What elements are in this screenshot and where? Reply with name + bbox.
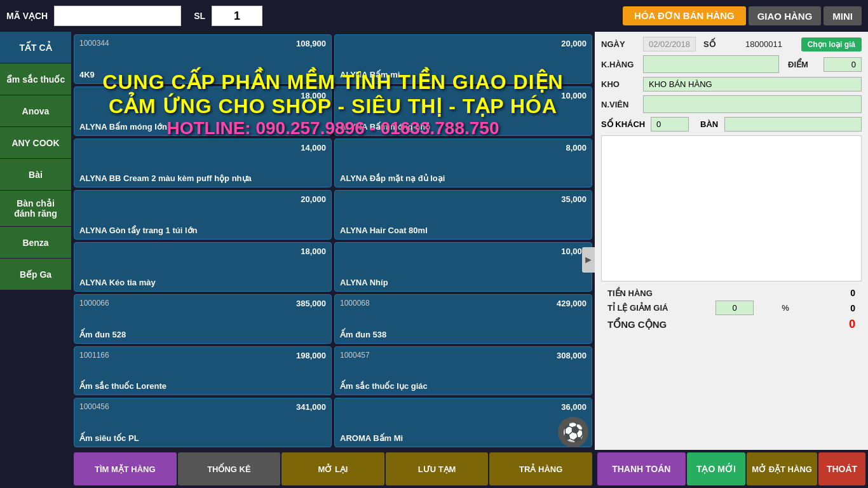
- product-price-7: 35,000: [561, 194, 587, 204]
- chon-loai-gia-button[interactable]: Chọn loại giá: [801, 37, 862, 51]
- mo-dat-hang-button[interactable]: MỞ ĐẶT HÀNG: [747, 452, 817, 485]
- nvien-input[interactable]: [643, 95, 862, 113]
- order-table: [601, 135, 862, 281]
- product-card-4[interactable]: 14,000 ALYNA BB Cream 2 màu kèm puff hộp…: [74, 139, 332, 188]
- tien-hang-value: 0: [817, 288, 855, 298]
- product-card-5[interactable]: 8,000 ALYNA Đắp mặt nạ đủ loại: [334, 139, 592, 188]
- product-price-13: 308,000: [557, 351, 587, 360]
- product-name-2: ALYNA Bấm móng lớn: [79, 122, 326, 132]
- mini-button[interactable]: MINI: [824, 6, 862, 25]
- ma-vach-label: MÃ VẠCH: [6, 11, 48, 21]
- product-name-10: Ấm đun 528: [79, 330, 326, 339]
- thoat-button[interactable]: THOÁT: [818, 452, 865, 485]
- product-area: CUNG CẤP PHẦN MỀM TÍNH TIỀN GIAO DIỆN CẢ…: [71, 32, 595, 488]
- soccer-icon[interactable]: ⚽: [558, 417, 588, 447]
- bottom-actions: TÌM MẶT HÀNG THỐNG KÊ MỞ LẠI LƯU TẠM TRẢ…: [71, 450, 595, 488]
- tien-hang-label: TIỀN HÀNG: [607, 288, 690, 298]
- product-name-12: Ấm sắc thuốc Lorente: [79, 381, 326, 391]
- product-code-11: 1000068: [340, 299, 370, 308]
- product-card-8[interactable]: 18,000 ALYNA Kéo tia mày: [74, 242, 332, 292]
- product-grid: 1000344 108,900 4K9 20,000 ALYNA Bấm mi …: [71, 32, 595, 450]
- product-card-6[interactable]: 20,000 ALYNA Gòn tẩy trang 1 túi lớn: [74, 190, 332, 240]
- product-name-8: ALYNA Kéo tia mày: [79, 278, 326, 287]
- product-name-3: ALYNA Bấm móng nhỏ: [340, 122, 587, 132]
- product-code-10: 1000066: [79, 299, 109, 308]
- ma-vach-input[interactable]: [54, 6, 181, 26]
- product-card-14[interactable]: 1000456 341,000 Ấm siêu tốc PL: [74, 398, 332, 447]
- sl-input[interactable]: [212, 6, 262, 26]
- product-code-14: 1000456: [79, 402, 109, 411]
- ban-label: BÀN: [700, 119, 719, 129]
- product-card-7[interactable]: 35,000 ALYNA Hair Coat 80ml: [334, 190, 592, 240]
- so-value: 18000011: [745, 39, 782, 49]
- right-panel-top: NGÀY 02/02/2018 SỐ 18000011 Chọn loại gi…: [595, 32, 868, 450]
- khang-row: K.HÀNG ĐIỂM 0: [601, 55, 862, 73]
- sidebar-item-anova[interactable]: Anova: [0, 95, 71, 127]
- product-card-12[interactable]: 1001166 198,000 Ấm sắc thuốc Lorente: [74, 346, 332, 396]
- sidebar-item-any-cook[interactable]: ANY COOK: [0, 127, 71, 159]
- tao-moi-button[interactable]: TẠO MỚI: [687, 452, 745, 485]
- product-card-15[interactable]: 36,000 AROMA Bấm Mi: [334, 398, 592, 447]
- product-card-0[interactable]: 1000344 108,900 4K9: [74, 34, 332, 84]
- ban-input[interactable]: [724, 117, 862, 132]
- nvien-label: N.VIÊN: [601, 100, 639, 109]
- product-name-14: Ấm siêu tốc PL: [79, 433, 326, 443]
- thanh-toan-button[interactable]: THANH TOÁN: [597, 452, 686, 485]
- summary-area: TIỀN HÀNG 0 TỈ LỆ GIẢM GIÁ % 0 TỔNG CỘNG…: [601, 284, 862, 337]
- product-name-7: ALYNA Hair Coat 80ml: [340, 226, 587, 235]
- product-card-10[interactable]: 1000066 385,000 Ấm đun 528: [74, 294, 332, 344]
- mo-lai-button[interactable]: MỞ LẠI: [281, 452, 384, 485]
- ti-le-input[interactable]: [715, 301, 754, 315]
- right-bottom-actions: THANH TOÁN TẠO MỚI MỞ ĐẶT HÀNG THOÁT: [595, 450, 868, 488]
- product-price-11: 429,000: [557, 299, 587, 308]
- giao-hang-button[interactable]: GIAO HÀNG: [749, 6, 822, 25]
- luu-tam-button[interactable]: LƯU TẠM: [386, 452, 489, 485]
- product-card-2[interactable]: 18,000 ALYNA Bấm móng lớn: [74, 86, 332, 136]
- tien-hang-row: TIỀN HÀNG 0: [607, 288, 855, 298]
- header: MÃ VẠCH SL HÓA ĐƠN BÁN HÀNG GIAO HÀNG MI…: [0, 0, 868, 32]
- so-khach-input[interactable]: [651, 117, 689, 132]
- sidebar-item-benza[interactable]: Benza: [0, 227, 71, 259]
- product-name-9: ALYNA Nhíp: [340, 278, 587, 287]
- scroll-right-indicator[interactable]: ►: [582, 247, 595, 273]
- header-right-buttons: HÓA ĐƠN BÁN HÀNG GIAO HÀNG MINI: [623, 6, 862, 25]
- product-code-0: 1000344: [79, 39, 109, 48]
- ngay-label: NGÀY: [601, 39, 639, 49]
- product-name-6: ALYNA Gòn tẩy trang 1 túi lớn: [79, 226, 326, 235]
- product-name-11: Ấm đun 538: [340, 330, 587, 339]
- product-price-2: 18,000: [301, 91, 326, 100]
- product-card-3[interactable]: 10,000 ALYNA Bấm móng nhỏ: [334, 86, 592, 136]
- main-layout: TẤT CẢ ẩm sắc thuốc Anova ANY COOK Bài B…: [0, 32, 868, 488]
- product-card-1[interactable]: 20,000 ALYNA Bấm mi: [334, 34, 592, 84]
- thong-ke-button[interactable]: THỐNG KÊ: [178, 452, 281, 485]
- product-name-0: 4K9: [79, 70, 326, 79]
- tim-mat-hang-button[interactable]: TÌM MẶT HÀNG: [74, 452, 177, 485]
- product-card-13[interactable]: 1000457 308,000 Ấm sắc thuốc lục giác: [334, 346, 592, 396]
- product-price-14: 341,000: [296, 402, 326, 412]
- product-price-12: 198,000: [296, 351, 326, 360]
- product-price-6: 20,000: [301, 194, 326, 204]
- diem-label: ĐIỂM: [788, 60, 820, 69]
- product-name-5: ALYNA Đắp mặt nạ đủ loại: [340, 173, 587, 183]
- sidebar-item-bep-ga[interactable]: Bếp Ga: [0, 259, 71, 290]
- sidebar-item-tat-ca[interactable]: TẤT CẢ: [0, 32, 71, 64]
- product-name-15: AROMA Bấm Mi: [340, 433, 587, 443]
- product-card-9[interactable]: 10,000 ALYNA Nhíp: [334, 242, 592, 292]
- ngay-row: NGÀY 02/02/2018 SỐ 18000011 Chọn loại gi…: [601, 37, 862, 51]
- sidebar-item-am-sac-thuoc[interactable]: ẩm sắc thuốc: [0, 64, 71, 95]
- ngay-value: 02/02/2018: [643, 37, 696, 51]
- product-name-13: Ấm sắc thuốc lục giác: [340, 381, 587, 391]
- so-khach-row: SỐ KHÁCH BÀN: [601, 117, 862, 132]
- product-price-3: 10,000: [561, 91, 587, 100]
- product-price-15: 36,000: [561, 402, 587, 412]
- khang-input[interactable]: [643, 55, 779, 73]
- product-name-4: ALYNA BB Cream 2 màu kèm puff hộp nhựa: [79, 173, 326, 183]
- hoa-don-ban-hang-button[interactable]: HÓA ĐƠN BÁN HÀNG: [623, 6, 746, 25]
- ti-le-giam-gia-label: TỈ LỆ GIẢM GIÁ: [607, 303, 690, 313]
- tra-hang-button[interactable]: TRẢ HÀNG: [489, 452, 592, 485]
- product-card-11[interactable]: 1000068 429,000 Ấm đun 538: [334, 294, 592, 344]
- product-price-10: 385,000: [296, 299, 326, 308]
- sidebar-item-ban-chai[interactable]: Bàn chải đánh răng: [0, 191, 71, 227]
- tong-cong-value: 0: [849, 318, 855, 331]
- sidebar-item-bai[interactable]: Bài: [0, 159, 71, 191]
